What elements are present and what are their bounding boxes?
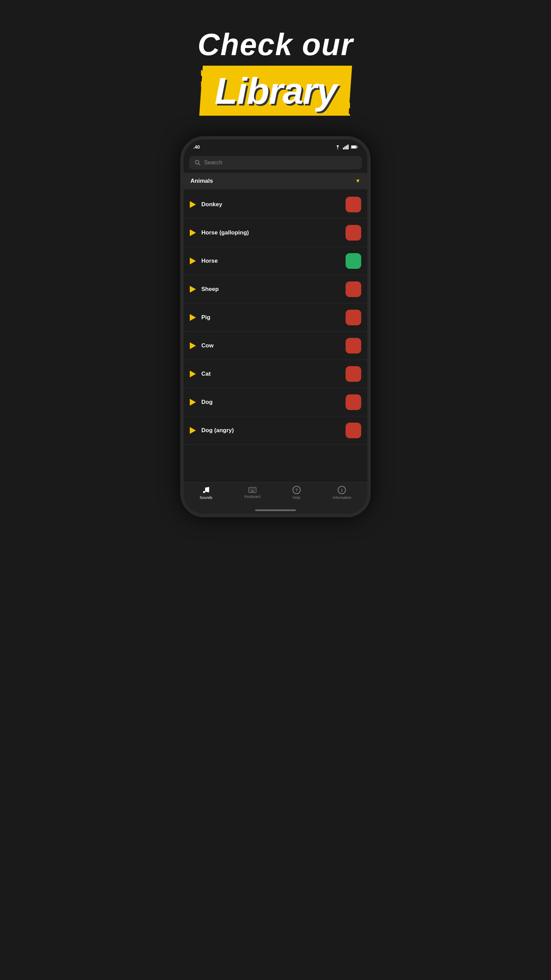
battery-icon bbox=[351, 145, 358, 149]
nav-item-keyboard[interactable]: Keyboard bbox=[245, 487, 260, 498]
sound-name-dog-angry: Dog (angry) bbox=[202, 427, 340, 434]
nav-label-information: Information bbox=[333, 495, 351, 500]
add-dog-button[interactable] bbox=[346, 395, 361, 410]
svg-rect-7 bbox=[351, 146, 356, 148]
list-item: Donkey bbox=[184, 191, 367, 219]
play-cat-button[interactable] bbox=[190, 371, 196, 377]
phone-frame: .40 bbox=[180, 136, 371, 517]
sound-name-donkey: Donkey bbox=[202, 201, 340, 208]
sound-name-cow: Cow bbox=[202, 342, 340, 349]
add-pig-button[interactable] bbox=[346, 310, 361, 325]
help-icon: ? bbox=[292, 486, 301, 494]
list-item: Cow bbox=[184, 332, 367, 360]
list-item: Dog (angry) bbox=[184, 417, 367, 445]
svg-point-0 bbox=[337, 149, 338, 150]
add-horse-button[interactable] bbox=[346, 253, 361, 269]
check-our-title: Check our bbox=[198, 27, 353, 62]
nav-item-sounds[interactable]: Sounds bbox=[200, 486, 212, 500]
wifi-icon bbox=[335, 145, 341, 150]
status-time: .40 bbox=[193, 144, 200, 150]
sound-list: Donkey Horse (galloping) Horse Sheep bbox=[184, 191, 367, 482]
search-placeholder: Search bbox=[204, 159, 222, 166]
library-title: Library bbox=[214, 69, 337, 112]
list-item: Horse (galloping) bbox=[184, 219, 367, 247]
play-pig-button[interactable] bbox=[190, 314, 196, 321]
power-button[interactable] bbox=[370, 215, 371, 245]
list-item: Sheep bbox=[184, 275, 367, 304]
list-item: Pig bbox=[184, 304, 367, 332]
status-icons bbox=[335, 145, 358, 150]
add-sheep-button[interactable] bbox=[346, 282, 361, 297]
play-sheep-button[interactable] bbox=[190, 286, 196, 293]
phone-screen: .40 bbox=[184, 140, 367, 514]
svg-line-9 bbox=[198, 164, 200, 165]
chevron-down-icon: ▼ bbox=[355, 178, 360, 184]
information-icon: i bbox=[338, 486, 346, 494]
nav-item-help[interactable]: ? Help bbox=[292, 486, 301, 500]
nav-label-keyboard: Keyboard bbox=[245, 495, 260, 498]
nav-label-help: Help bbox=[292, 495, 300, 500]
sound-name-dog: Dog bbox=[202, 399, 340, 406]
sound-name-horse-galloping: Horse (galloping) bbox=[202, 229, 340, 236]
add-cat-button[interactable] bbox=[346, 366, 361, 382]
header-section: Check our Library bbox=[198, 27, 353, 116]
home-indicator bbox=[184, 506, 367, 514]
sound-name-pig: Pig bbox=[202, 314, 340, 321]
svg-rect-1 bbox=[343, 148, 344, 150]
list-item: Cat bbox=[184, 360, 367, 388]
volume-up-button[interactable] bbox=[180, 208, 181, 226]
nav-item-information[interactable]: i Information bbox=[333, 486, 351, 500]
music-note-icon bbox=[202, 486, 210, 494]
svg-rect-3 bbox=[346, 146, 347, 150]
category-label: Animals bbox=[191, 178, 213, 185]
sound-name-horse: Horse bbox=[202, 258, 340, 264]
svg-rect-2 bbox=[345, 146, 346, 150]
play-dog-button[interactable] bbox=[190, 399, 196, 406]
volume-down-button[interactable] bbox=[180, 231, 181, 250]
list-item: Dog bbox=[184, 388, 367, 417]
play-horse-galloping-button[interactable] bbox=[190, 229, 196, 236]
svg-text:i: i bbox=[341, 488, 343, 493]
bottom-nav: Sounds Keyboard bbox=[184, 482, 367, 506]
add-horse-galloping-button[interactable] bbox=[346, 225, 361, 240]
add-donkey-button[interactable] bbox=[346, 197, 361, 212]
svg-rect-4 bbox=[347, 145, 349, 150]
play-horse-button[interactable] bbox=[190, 258, 196, 264]
play-donkey-button[interactable] bbox=[190, 201, 196, 208]
library-badge: Library bbox=[201, 66, 350, 116]
add-dog-angry-button[interactable] bbox=[346, 423, 361, 438]
status-bar: .40 bbox=[184, 140, 367, 153]
play-cow-button[interactable] bbox=[190, 342, 196, 349]
play-dog-angry-button[interactable] bbox=[190, 427, 196, 434]
nav-label-sounds: Sounds bbox=[200, 495, 212, 500]
sound-name-sheep: Sheep bbox=[202, 286, 340, 293]
search-icon bbox=[195, 159, 201, 166]
search-bar[interactable]: Search bbox=[189, 156, 362, 169]
sound-name-cat: Cat bbox=[202, 371, 340, 377]
add-cow-button[interactable] bbox=[346, 338, 361, 353]
svg-point-11 bbox=[207, 490, 209, 492]
list-item: Horse bbox=[184, 247, 367, 275]
svg-point-10 bbox=[203, 491, 205, 493]
svg-text:?: ? bbox=[295, 488, 298, 493]
category-dropdown[interactable]: Animals ▼ bbox=[184, 173, 367, 189]
home-bar bbox=[255, 509, 296, 511]
svg-point-8 bbox=[195, 160, 199, 164]
signal-icon bbox=[343, 145, 349, 150]
svg-rect-6 bbox=[357, 146, 358, 147]
keyboard-icon bbox=[248, 487, 256, 493]
